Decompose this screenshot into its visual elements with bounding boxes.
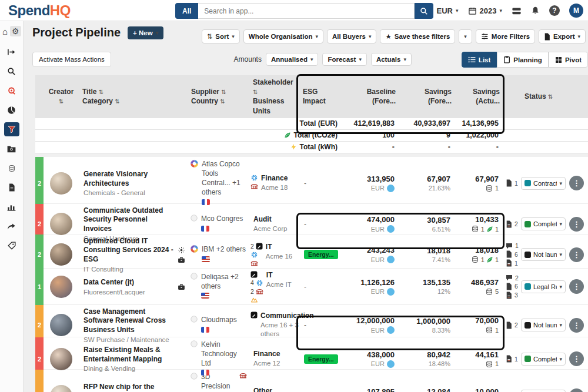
title-cell[interactable]: Data Center (jt)Fluorescent/Lacquer <box>79 276 188 298</box>
avatar[interactable] <box>50 213 72 235</box>
attachment-line[interactable]: 1 <box>506 259 521 267</box>
attachment-line[interactable]: 3 <box>506 292 521 299</box>
esg-impact-badge[interactable]: Energy... <box>304 250 338 259</box>
avatar[interactable] <box>50 314 72 336</box>
actuals-button[interactable]: Actuals▾ <box>371 53 412 66</box>
row-menu-button[interactable]: ⋮ <box>569 247 584 262</box>
header-status[interactable]: Status ⇅ <box>521 89 569 103</box>
header-savings-forecast[interactable]: Savings (Fore... <box>399 85 455 108</box>
sidebar-item-pipeline-filter[interactable] <box>4 122 19 136</box>
row-menu-button[interactable]: ⋮ <box>569 279 584 294</box>
stakeholder-cell[interactable]: 42ITAcme IT <box>249 269 299 305</box>
stakeholder-cell[interactable]: FinanceAcme 12 <box>249 347 299 370</box>
header-baseline[interactable]: Baseline (Fore... <box>343 85 399 108</box>
search-input[interactable] <box>198 3 415 19</box>
title-cell[interactable]: Generate Visionary ArchitecturesChemical… <box>79 167 188 199</box>
sidebar-item-locator[interactable] <box>4 83 19 98</box>
user-avatar[interactable]: M <box>569 4 583 18</box>
attachment-line[interactable]: 1 <box>506 179 521 187</box>
stakeholder-cell[interactable]: OtherAcme IC <box>249 384 299 392</box>
table-row[interactable]: 2Generate Visionary ArchitecturesChemica… <box>35 157 588 204</box>
more-filters-button[interactable]: More Filters <box>476 29 535 43</box>
sidebar-item-documents[interactable] <box>4 180 19 195</box>
row-menu-button[interactable]: ⋮ <box>569 318 584 333</box>
status-dropdown[interactable]: Complet...▾ <box>521 217 566 230</box>
stakeholder-cell[interactable]: FinanceAcme 18 <box>249 172 299 195</box>
sidebar-item-share[interactable] <box>4 219 19 233</box>
sidebar-item-collapse[interactable] <box>4 45 19 59</box>
attachment-line[interactable]: 6 <box>506 250 521 258</box>
supplier-cell[interactable]: Deliqasa +2 others <box>188 270 249 304</box>
header-supplier-country[interactable]: Supplier ⇅Country ⇅ <box>188 85 249 108</box>
avatar[interactable] <box>50 243 72 266</box>
stakeholder-cell[interactable]: CommunicationAcme 16 + 3 others <box>249 309 299 341</box>
mass-actions-button[interactable]: Activate Mass Actions <box>32 52 111 67</box>
row-menu-button[interactable]: ⋮ <box>569 351 584 366</box>
gear-icon[interactable]: ⚙ <box>10 26 21 36</box>
supplier-cell[interactable]: 3D Precision Sa +2 others <box>188 370 249 392</box>
row-menu-button[interactable]: ⋮ <box>569 176 584 190</box>
title-cell[interactable]: Case Management Software Renewal Cross B… <box>79 305 188 346</box>
sidebar-item-reports[interactable] <box>4 200 19 214</box>
help-button[interactable]: ? <box>549 5 560 16</box>
status-dropdown[interactable]: Analysis▾ <box>521 390 566 392</box>
notifications-button[interactable] <box>531 6 540 15</box>
attachment-line[interactable]: 6 <box>506 283 521 290</box>
title-cell[interactable]: Optimized Cloud IT Consulting Services 2… <box>79 234 188 275</box>
new-project-button[interactable]: + New▾ <box>128 26 163 39</box>
header-esg[interactable]: ESG Impact <box>299 85 343 108</box>
view-pivot-button[interactable]: Pivot <box>549 52 588 68</box>
supplier-cell[interactable]: Atlas Copco Tools Central... +1 others <box>188 157 249 210</box>
avatar[interactable] <box>50 172 72 195</box>
header-savings-actual[interactable]: Savings (Actu... <box>455 85 503 108</box>
buyers-filter-button[interactable]: All Buyers▾ <box>327 29 376 43</box>
attachment-line[interactable]: 2 <box>506 274 521 282</box>
avatar[interactable] <box>50 348 72 370</box>
home-icon[interactable]: ⌂ <box>2 26 8 36</box>
apps-menu-button[interactable] <box>512 6 522 15</box>
status-dropdown[interactable]: Complet...▾ <box>521 353 566 366</box>
organisation-filter-button[interactable]: Whole Organisation▾ <box>243 29 323 43</box>
esg-impact-badge[interactable]: Energy... <box>304 354 338 364</box>
header-title-category[interactable]: Title ⇅Category ⇅ <box>79 85 188 108</box>
status-dropdown[interactable]: Legal Re...▾ <box>521 280 566 293</box>
attachment-line[interactable]: 1 <box>506 242 521 249</box>
search-scope-all-button[interactable]: All <box>175 3 198 19</box>
table-row[interactable]: 2Case Management Software Renewal Cross … <box>35 305 588 337</box>
sort-button[interactable]: ⇅Sort▾ <box>202 29 240 43</box>
sidebar-item-folder-search[interactable] <box>4 142 19 156</box>
sidebar-item-tags[interactable] <box>4 239 19 253</box>
avatar[interactable] <box>50 385 72 392</box>
stakeholder-cell[interactable]: AuditAcme Corp <box>249 213 299 236</box>
header-creator[interactable]: Creator ⇅ <box>44 85 79 108</box>
view-list-button[interactable]: List <box>462 52 497 68</box>
save-filters-caret-button[interactable]: ▾ <box>459 29 472 43</box>
year-selector[interactable]: 2023▾ <box>468 6 502 15</box>
save-filters-button[interactable]: ★Save these filters <box>380 29 455 43</box>
table-row[interactable]: 2Optimized Cloud IT Consulting Services … <box>35 234 588 269</box>
attachment-line[interactable]: 2 <box>506 220 521 228</box>
supplier-cell[interactable]: IBM +2 others <box>188 242 249 266</box>
supplier-cell[interactable]: Cloudmaps <box>188 313 249 337</box>
annualised-button[interactable]: Annualised▾ <box>266 53 319 66</box>
export-button[interactable]: Export▾ <box>539 29 586 43</box>
attachment-line[interactable]: 1 <box>506 355 521 363</box>
forecast-button[interactable]: Forecast▾ <box>322 53 366 66</box>
stakeholder-cell[interactable]: 2ITAcme 16 <box>249 240 299 269</box>
title-cell[interactable]: RFP New chip for the Cardboard in German… <box>79 380 188 392</box>
sidebar-item-savings[interactable] <box>4 161 19 175</box>
avatar[interactable] <box>50 276 72 298</box>
status-dropdown[interactable]: Not laun...▾ <box>521 248 566 261</box>
row-menu-button[interactable]: ⋮ <box>569 217 584 232</box>
title-cell[interactable]: Raise Existing Meals & Entertainment Map… <box>79 343 188 374</box>
header-stakeholder-bu[interactable]: Stakeholder ⇅Business Units <box>249 75 299 118</box>
supplier-cell[interactable]: Mco Congres <box>188 212 249 236</box>
sidebar-item-search[interactable] <box>4 64 19 78</box>
table-row[interactable]: 2Communicate Outdated Security Personnel… <box>35 204 588 234</box>
search-button[interactable] <box>415 3 433 19</box>
sidebar-item-insights[interactable] <box>4 103 19 117</box>
currency-selector[interactable]: EUR▾ <box>437 6 459 15</box>
status-dropdown[interactable]: Contract...▾ <box>521 177 566 190</box>
view-planning-button[interactable]: Planning <box>497 52 549 68</box>
status-dropdown[interactable]: Not laun...▾ <box>521 319 566 331</box>
